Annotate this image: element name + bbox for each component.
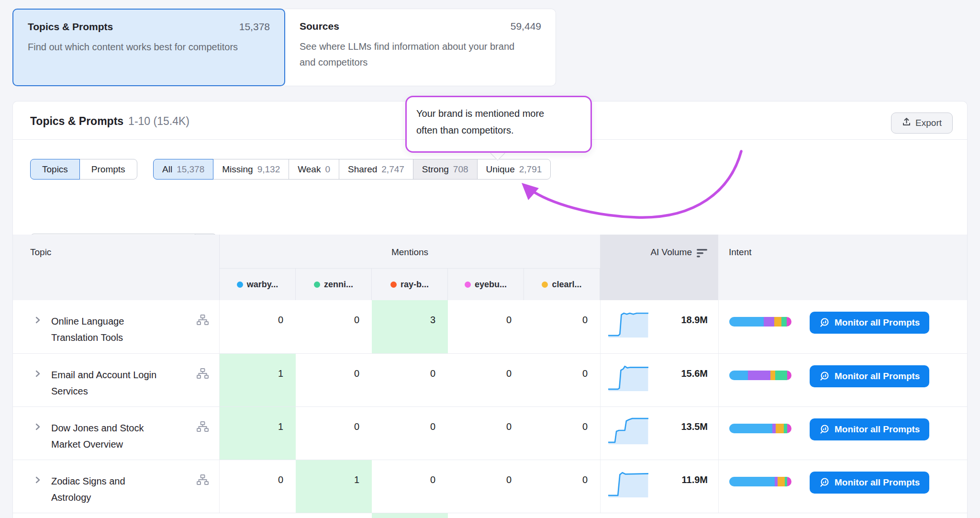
- table-body: Online Language Translation Tools0030018…: [13, 300, 967, 518]
- intent-distribution-bar[interactable]: [729, 317, 791, 327]
- topic-name[interactable]: Online Language Translation Tools: [51, 313, 161, 346]
- brand-color-dot: [314, 282, 320, 288]
- intent-segment-purple: [764, 317, 774, 327]
- filter-strong[interactable]: Strong708: [413, 159, 478, 180]
- sitemap-icon[interactable]: [197, 474, 209, 487]
- brand-name: ray-b...: [401, 280, 429, 290]
- table-row[interactable]: Dow Jones and Stock Market Overview10000…: [13, 406, 967, 460]
- monitor-all-prompts-button[interactable]: Monitor all Prompts: [810, 365, 929, 387]
- ai-volume-label: AI Volume: [650, 247, 692, 258]
- intent-segment-magenta: [787, 317, 791, 327]
- expand-chevron-icon[interactable]: [33, 475, 42, 486]
- ai-volume-cell: 11.9M: [600, 460, 718, 513]
- segment-count: 2,791: [519, 164, 542, 175]
- monitor-button-label: Monitor all Prompts: [835, 317, 920, 328]
- intent-distribution-bar[interactable]: [729, 424, 791, 433]
- card-title: Sources: [300, 21, 339, 32]
- tab-card-topics-prompts[interactable]: Topics & Prompts 15,378 Find out which c…: [12, 9, 285, 86]
- segment-label: Prompts: [91, 164, 125, 175]
- mention-count: 1: [296, 460, 372, 513]
- brand-name: eyebu...: [475, 280, 507, 290]
- topic-name[interactable]: Zodiac Signs and Astrology: [51, 473, 161, 506]
- mention-count: 0: [372, 460, 448, 513]
- column-header-mentions: Mentions: [220, 235, 600, 269]
- expand-chevron-icon[interactable]: [33, 315, 42, 327]
- export-label: Export: [915, 118, 942, 128]
- intent-segment-yellow: [774, 317, 782, 327]
- filter-weak[interactable]: Weak0: [289, 159, 339, 180]
- ai-volume-sparkline: [608, 470, 648, 497]
- intent-distribution-bar[interactable]: [729, 371, 791, 380]
- sitemap-icon[interactable]: [197, 315, 209, 327]
- brand-column-1[interactable]: warby...: [220, 269, 296, 300]
- intent-segment-magenta: [787, 371, 791, 380]
- intent-distribution-bar[interactable]: [729, 477, 791, 486]
- intent-segment-green: [781, 317, 786, 327]
- mention-count: 0: [524, 300, 600, 353]
- intent-segment-yellow: [770, 371, 775, 380]
- toggle-topics[interactable]: Topics: [30, 159, 80, 180]
- expand-chevron-icon[interactable]: [33, 369, 42, 380]
- segment-label: Shared: [348, 164, 377, 175]
- monitor-magnifier-icon: [819, 477, 830, 488]
- filter-all[interactable]: All15,378: [153, 159, 213, 180]
- mention-count: 0: [524, 354, 600, 406]
- tab-card-sources[interactable]: Sources 59,449 See where LLMs find infor…: [285, 9, 556, 86]
- export-icon: [902, 117, 911, 129]
- monitor-all-prompts-button[interactable]: Monitor all Prompts: [810, 418, 929, 440]
- brand-name: clearl...: [552, 280, 581, 290]
- intent-segment-blue: [729, 317, 764, 327]
- segment-label: Topics: [42, 164, 68, 175]
- segment-count: 2,747: [381, 164, 404, 175]
- brand-column-3[interactable]: ray-b...: [372, 269, 448, 300]
- card-count: 15,378: [239, 21, 270, 33]
- ai-volume-sparkline: [608, 310, 648, 338]
- sitemap-icon[interactable]: [197, 421, 209, 434]
- table-row[interactable]: Zodiac Signs and Astrology0100011.9MMoni…: [13, 460, 967, 513]
- brand-column-5[interactable]: clearl...: [524, 269, 600, 300]
- topic-name[interactable]: Email and Account Login Services: [51, 367, 161, 399]
- intent-segment-yellow: [778, 477, 784, 486]
- segment-count: 708: [453, 164, 468, 175]
- column-header-ai-volume[interactable]: AI Volume: [600, 235, 718, 300]
- monitor-all-prompts-button[interactable]: Monitor all Prompts: [810, 312, 929, 334]
- toggle-prompts[interactable]: Prompts: [79, 159, 137, 180]
- intent-segment-blue: [729, 424, 772, 433]
- table-row[interactable]: Email and Account Login Services1000015.…: [13, 353, 967, 406]
- column-header-topic: Topic: [13, 235, 220, 300]
- filter-shared[interactable]: Shared2,747: [339, 159, 413, 180]
- brand-column-2[interactable]: zenni...: [296, 269, 372, 300]
- mention-count: 3: [372, 300, 448, 353]
- brand-column-4[interactable]: eyebu...: [448, 269, 524, 300]
- intent-segment-magenta: [787, 477, 791, 486]
- topic-name[interactable]: Dow Jones and Stock Market Overview: [51, 420, 161, 452]
- card-description: See where LLMs find information about yo…: [300, 39, 524, 70]
- ai-volume-value: 13.5M: [648, 407, 718, 460]
- brand-name: warby...: [247, 280, 278, 290]
- topic-cell: Dow Jones and Stock Market Overview: [13, 407, 220, 460]
- metric-cards: Topics & Prompts 15,378 Find out which c…: [12, 9, 556, 86]
- mention-count: 0: [296, 354, 372, 406]
- brand-color-dot: [542, 282, 548, 288]
- monitor-all-prompts-button[interactable]: Monitor all Prompts: [810, 472, 929, 494]
- table-row-partial: [13, 513, 967, 518]
- mention-count: 0: [220, 460, 296, 513]
- sitemap-icon[interactable]: [197, 368, 209, 381]
- expand-chevron-icon[interactable]: [33, 422, 42, 433]
- export-button[interactable]: Export: [891, 113, 953, 134]
- table-row[interactable]: Online Language Translation Tools0030018…: [13, 300, 967, 353]
- filter-unique[interactable]: Unique2,791: [477, 159, 551, 180]
- mention-count: 0: [448, 460, 524, 513]
- brand-name: zenni...: [324, 280, 353, 290]
- column-header-intent: Intent: [718, 235, 968, 300]
- segment-count: 15,378: [177, 164, 204, 175]
- filter-missing[interactable]: Missing9,132: [213, 159, 289, 180]
- mention-count: 0: [448, 300, 524, 353]
- intent-segment-purple: [748, 371, 770, 380]
- ai-volume-value: 11.9M: [648, 460, 718, 513]
- ai-volume-value: 18.9M: [648, 300, 718, 353]
- intent-cell: Monitor all Prompts: [718, 407, 968, 460]
- ai-volume-cell: 15.6M: [600, 354, 718, 406]
- sort-descending-icon: [697, 249, 708, 260]
- segment-label: Strong: [422, 164, 449, 175]
